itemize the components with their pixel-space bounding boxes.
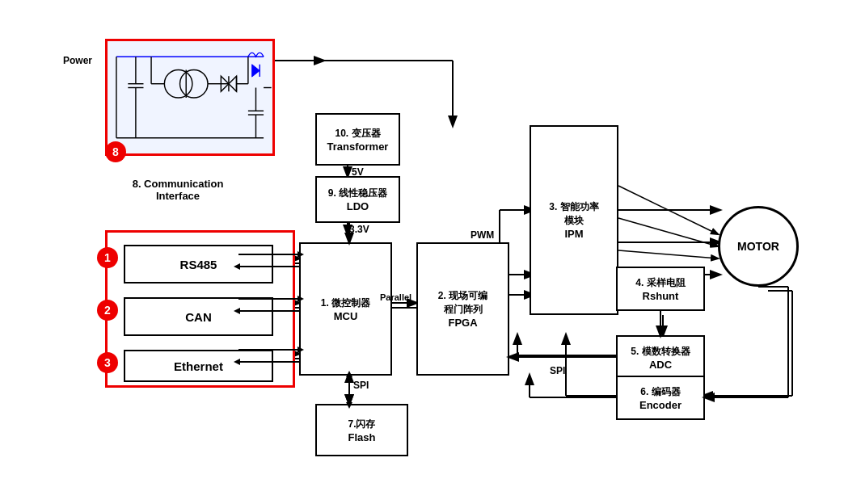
badge-8: 8: [105, 141, 126, 162]
mcu-block: 1. 微控制器 MCU: [299, 242, 392, 376]
transformer-block: 10. 变压器 Transformer: [315, 113, 400, 166]
svg-line-73: [618, 218, 718, 246]
motor-block: MOTOR: [718, 206, 799, 287]
power-label: Power: [63, 55, 92, 66]
can-block: CAN: [124, 297, 273, 336]
rshunt-block: 4. 采样电阻 Rshunt: [616, 267, 705, 311]
svg-point-42: [180, 69, 209, 98]
comm-interface-label: 8. Communication Interface: [105, 178, 251, 202]
spi-fpga-encoder-label: SPI: [550, 365, 565, 376]
parallel-label: Parallel: [380, 292, 411, 302]
ethernet-block: Ethernet: [124, 350, 273, 382]
fpga-block: 2. 现场可编 程门阵列 FPGA: [416, 242, 509, 376]
svg-point-41: [164, 69, 192, 98]
comm-interface-group: 1 RS485 2 CAN 3 Ethernet: [105, 230, 295, 388]
ldo-block: 9. 线性稳压器 LDO: [315, 176, 400, 223]
svg-line-72: [618, 186, 718, 234]
encoder-block: 6. 编码器 Encoder: [616, 376, 705, 420]
badge-1: 1: [97, 247, 118, 268]
svg-marker-49: [229, 76, 237, 91]
flash-block: 7.闪存 Flash: [315, 404, 408, 456]
adc-block: 5. 模数转换器 ADC: [616, 335, 705, 380]
badge-2: 2: [97, 300, 118, 321]
diagram: Power: [0, 0, 844, 504]
badge-3: 3: [97, 352, 118, 373]
rs485-block: RS485: [124, 245, 273, 284]
ipm-block: 3. 智能功率 模块 IPM: [530, 125, 618, 315]
svg-line-74: [618, 250, 718, 258]
svg-marker-54: [252, 65, 260, 77]
circuit-diagram-svg: [108, 41, 272, 153]
power-circuit-block: [105, 39, 275, 156]
voltage-33v-label: 3.3V: [349, 224, 369, 235]
spi-mcu-flash-label: SPI: [353, 380, 369, 391]
pwm-label: PWM: [471, 229, 494, 241]
